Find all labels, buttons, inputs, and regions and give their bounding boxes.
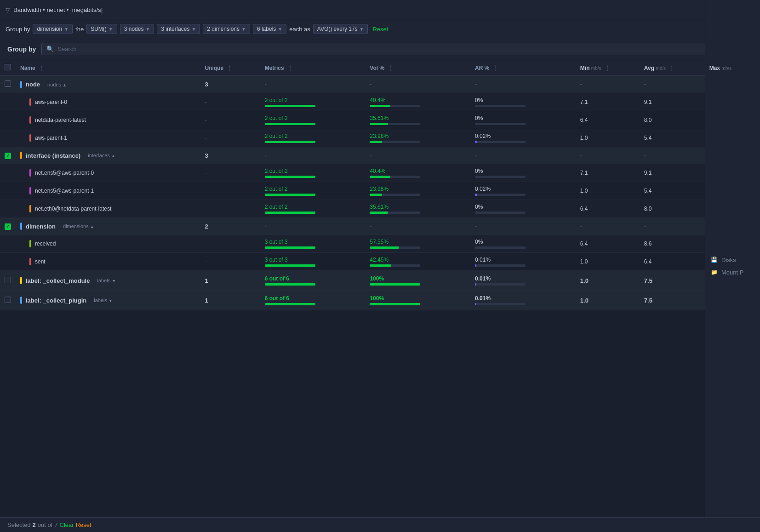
row-name-cell: net.ens5@aws-parent-1 (16, 182, 200, 200)
unique-cell: - (200, 129, 260, 147)
group-checkbox[interactable] (5, 80, 11, 87)
chevron-down-icon: ▼ (64, 27, 69, 32)
name-column-header: Name ⋮ (16, 60, 200, 76)
table-row: net.eth0@netdata-parent-latest - 2 out o… (0, 200, 760, 218)
ar-column-header: AR % ⋮ (470, 60, 576, 76)
avg-cell: 5.4 (640, 182, 705, 200)
vol-cell: 57.55% (365, 235, 470, 253)
resize-handle[interactable]: ⋮ (227, 65, 229, 71)
clear-button[interactable]: Clear (60, 521, 74, 528)
table-row: dimension dimensions ▲ 2 - - - - - - (0, 218, 760, 235)
group-name-cell: label: _collect_module labels ▼ (16, 271, 200, 291)
checkbox-cell[interactable] (0, 271, 16, 291)
unique-cell: - (200, 93, 260, 111)
group-checkbox[interactable] (5, 223, 11, 230)
table-row: label: _collect_module labels ▼ 1 6 out … (0, 271, 760, 291)
ar-cell: 0% (470, 111, 576, 129)
row-label: netdata-parent-latest (35, 117, 86, 123)
group-color-indicator (20, 223, 22, 230)
ar-cell: 0.01% (470, 291, 576, 310)
resize-handle[interactable]: ⋮ (669, 65, 672, 71)
avg-cell: 7.5 (640, 271, 705, 291)
resize-handle[interactable]: ⋮ (493, 65, 496, 71)
row-color-indicator (29, 258, 31, 265)
chevron-down-icon: ▼ (278, 27, 282, 32)
metrics-cell: - (260, 76, 366, 93)
vol-cell: 100% (365, 291, 470, 310)
table-row: interface (instance) interfaces ▲ 3 - - … (0, 147, 760, 164)
unique-cell: - (200, 200, 260, 218)
avg-cell: 5.4 (640, 129, 705, 147)
search-input[interactable] (57, 46, 748, 52)
resize-handle[interactable]: ⋮ (605, 65, 607, 71)
group-name-cell: dimension dimensions ▲ (16, 218, 200, 235)
row-label: net.ens5@aws-parent-0 (35, 170, 94, 176)
checkbox-cell[interactable] (0, 291, 16, 310)
top-bar: ▽ Bandwidth • net.net • [megabits/s] ⓘ ⬆… (0, 0, 760, 20)
avg-cell: 8.0 (640, 111, 705, 129)
sidebar-item-label: Mount P (721, 269, 743, 276)
row-color-indicator (29, 205, 31, 212)
resize-handle[interactable]: ⋮ (388, 65, 390, 71)
group-tag[interactable]: nodes ▲ (47, 82, 67, 87)
the-label: the (75, 26, 84, 33)
checkbox-cell (0, 164, 16, 182)
min-cell: 6.4 (576, 200, 640, 218)
dimensions-dropdown[interactable]: 2 dimensions ▼ (203, 24, 250, 34)
interfaces-dropdown[interactable]: 3 interfaces ▼ (157, 24, 200, 34)
table-header-row: Name ⋮ Unique ⋮ Metrics ⋮ Vol % ⋮ AR % (0, 60, 760, 76)
select-all-header[interactable] (0, 60, 16, 76)
sidebar-item-mount[interactable]: 📁 Mount P (705, 266, 760, 279)
group-tag[interactable]: labels ▼ (94, 297, 113, 303)
avg-column-header: Avg mb/s ⋮ (640, 60, 705, 76)
group-checkbox[interactable] (5, 297, 11, 303)
row-color-indicator (29, 240, 31, 247)
labels-dropdown[interactable]: 6 labels ▼ (253, 24, 286, 34)
checkbox-cell[interactable] (0, 147, 16, 164)
sum-dropdown[interactable]: SUM() ▼ (86, 24, 117, 34)
select-all-checkbox[interactable] (5, 64, 11, 70)
row-color-indicator (29, 116, 31, 124)
sidebar-item-disks[interactable]: 💾 Disks (705, 254, 760, 266)
metrics-cell: - (260, 147, 366, 164)
group-label: label: _collect_plugin (26, 297, 86, 304)
unique-cell: 3 (200, 76, 260, 93)
group-tag[interactable]: dimensions ▲ (63, 223, 94, 229)
ar-cell: 0% (470, 164, 576, 182)
resize-handle[interactable]: ⋮ (287, 65, 290, 71)
table-row: aws-parent-0 - 2 out of 2 40.4% (0, 93, 760, 111)
reset-status-button[interactable]: Reset (76, 521, 91, 528)
group-tag[interactable]: interfaces ▲ (88, 153, 115, 158)
reset-button[interactable]: Reset (372, 26, 388, 33)
group-checkbox[interactable] (5, 277, 11, 283)
top-bar-title: Bandwidth • net.net • [megabits/s] (13, 6, 103, 13)
chevron-down-icon: ▼ (241, 27, 246, 32)
resize-handle[interactable]: ⋮ (39, 65, 41, 71)
avg-dropdown[interactable]: AVG() every 17s ▼ (313, 24, 368, 34)
status-bar: Selected 2 out of 7 Clear Reset (0, 517, 760, 532)
nodes-dropdown[interactable]: 3 nodes ▼ (120, 24, 154, 34)
search-box[interactable]: 🔍 (41, 43, 753, 55)
data-table: Name ⋮ Unique ⋮ Metrics ⋮ Vol % ⋮ AR % (0, 60, 760, 310)
metrics-cell: 6 out of 6 (260, 271, 366, 291)
group-color-indicator (20, 297, 22, 304)
group-name-cell: node nodes ▲ (16, 76, 200, 93)
row-name-cell: netdata-parent-latest (16, 111, 200, 129)
min-cell: 1.0 (576, 291, 640, 310)
group-tag[interactable]: labels ▼ (97, 278, 116, 283)
ar-cell: 0.01% (470, 271, 576, 291)
table-row: label: _collect_plugin labels ▼ 1 6 out … (0, 291, 760, 310)
vol-cell: 35.61% (365, 111, 470, 129)
metrics-cell: 3 out of 3 (260, 253, 366, 271)
unique-cell: - (200, 111, 260, 129)
dimension-dropdown[interactable]: dimension ▼ (33, 24, 73, 34)
metrics-cell: 2 out of 2 (260, 111, 366, 129)
checkbox-cell[interactable] (0, 76, 16, 93)
metrics-cell: 2 out of 2 (260, 164, 366, 182)
group-checkbox[interactable] (5, 153, 11, 159)
min-cell: - (576, 147, 640, 164)
vol-cell: - (365, 147, 470, 164)
checkbox-cell[interactable] (0, 218, 16, 235)
vol-cell: 35.61% (365, 200, 470, 218)
vol-cell: 100% (365, 271, 470, 291)
